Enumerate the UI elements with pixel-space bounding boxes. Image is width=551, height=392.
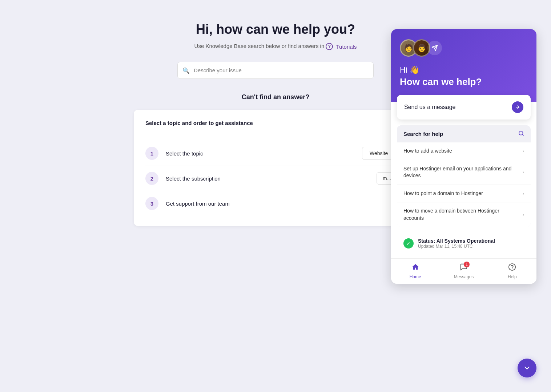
page-subtitle: Use Knowledge Base search below or find … [134, 43, 417, 50]
step-3-label: Get support from our team [166, 201, 406, 207]
tutorials-link[interactable]: ? Tutorials [326, 43, 357, 50]
help-item-3[interactable]: How to move a domain between Hostinger a… [397, 202, 531, 227]
help-item-0[interactable]: How to add a website › [397, 142, 531, 160]
chevron-right-icon-3: › [523, 212, 524, 217]
nav-messages[interactable]: 1 Messages [439, 259, 488, 284]
question-circle-icon: ? [326, 43, 333, 50]
nav-help-label: Help [508, 274, 517, 279]
chat-widget: 🧑 👨 Hi 👋 How can we help? Send us a mess… [391, 29, 536, 284]
subscription-value: m... [383, 175, 391, 181]
search-bar-wrapper: 🔍 [177, 62, 374, 79]
help-icon [508, 263, 516, 273]
nav-help[interactable]: Help [488, 259, 536, 284]
step-3-number: 3 [145, 197, 158, 210]
status-title: Status: All Systems Operational [418, 238, 495, 244]
chat-avatars: 🧑 👨 [400, 39, 528, 57]
main-content: Hi, how can we help you? Use Knowledge B… [119, 0, 432, 241]
step-2-number: 2 [145, 172, 158, 185]
help-items-list: How to add a website › Set up Hostinger … [397, 142, 531, 227]
chat-greeting: Hi 👋 How can we help? [400, 65, 528, 88]
step-3-row: 3 Get support from our team [145, 191, 406, 216]
nav-home-label: Home [410, 274, 421, 279]
home-icon [411, 263, 419, 273]
step-2-label: Select the subscription [166, 175, 369, 182]
cant-find-heading: Can't find an answer? [134, 93, 417, 101]
step-1-row: 1 Select the topic Website [145, 141, 406, 166]
chat-nav: Home 1 Messages Help [391, 258, 536, 284]
help-item-text-1: Set up Hostinger email on your applicati… [403, 165, 520, 179]
search-help-label: Search for help [403, 131, 443, 137]
chat-header: 🧑 👨 Hi 👋 How can we help? [391, 29, 536, 102]
send-arrow-icon [512, 101, 523, 113]
nav-messages-label: Messages [454, 274, 474, 279]
status-subtitle: Updated Mar 11, 15:48 UTC [418, 244, 495, 249]
nav-home[interactable]: Home [391, 259, 439, 284]
chat-hi: Hi 👋 [400, 65, 528, 75]
search-help-section: Search for help How to add a website › S… [397, 125, 531, 227]
send-message-label: Send us a message [404, 104, 455, 110]
help-item-1[interactable]: Set up Hostinger email on your applicati… [397, 160, 531, 185]
help-item-text-0: How to add a website [403, 147, 520, 155]
topic-card: Select a topic and order to get assistan… [134, 110, 417, 226]
help-item-text-3: How to move a domain between Hostinger a… [403, 207, 520, 222]
topic-card-title: Select a topic and order to get assistan… [145, 120, 406, 132]
search-input[interactable] [177, 62, 374, 79]
tutorials-label: Tutorials [336, 44, 357, 50]
chevron-right-icon-0: › [523, 149, 524, 154]
help-item-2[interactable]: How to point a domain to Hostinger › [397, 185, 531, 203]
chevron-right-icon-2: › [523, 191, 524, 196]
messages-badge: 1 [464, 262, 470, 267]
step-2-row: 2 Select the subscription m... [145, 166, 406, 191]
page-title: Hi, how can we help you? [134, 22, 417, 37]
search-icon: 🔍 [182, 67, 190, 74]
chevron-right-icon-1: › [523, 170, 524, 175]
step-1-number: 1 [145, 147, 158, 160]
float-chat-button[interactable] [518, 359, 536, 377]
status-check-icon: ✓ [403, 238, 414, 248]
status-text: Status: All Systems Operational Updated … [418, 238, 495, 249]
search-help-header: Search for help [397, 125, 531, 142]
help-item-text-2: How to point a domain to Hostinger [403, 190, 520, 197]
status-section: ✓ Status: All Systems Operational Update… [397, 233, 531, 254]
subtitle-text: Use Knowledge Base search below or find … [194, 43, 325, 49]
search-help-icon [518, 130, 524, 137]
send-plane-icon [427, 41, 442, 55]
send-message-button[interactable]: Send us a message [397, 95, 531, 120]
chat-main-greeting: How can we help? [400, 76, 528, 88]
svg-line-4 [522, 134, 523, 136]
step-1-label: Select the topic [166, 150, 355, 157]
